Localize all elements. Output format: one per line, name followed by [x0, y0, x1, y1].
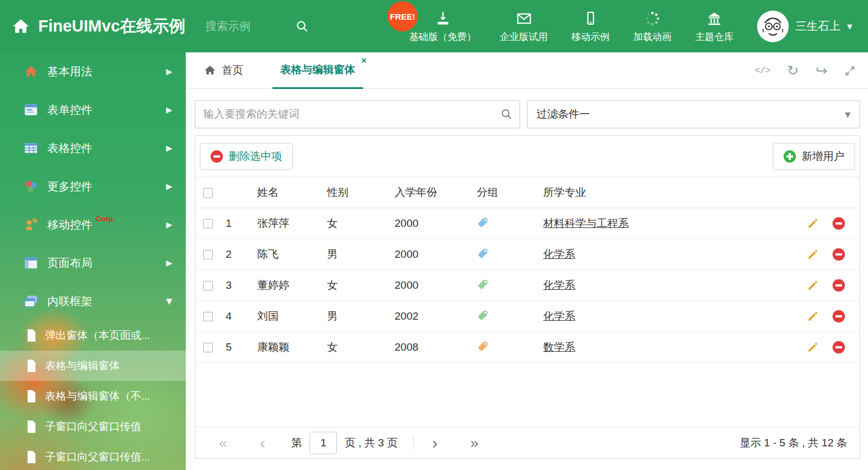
- edit-icon[interactable]: [807, 248, 819, 261]
- major-link[interactable]: 数学系: [543, 341, 575, 353]
- header-search-input[interactable]: [205, 20, 296, 33]
- table-row[interactable]: 2 陈飞 男 2000 化学系: [195, 239, 860, 270]
- delete-icon[interactable]: [833, 248, 845, 261]
- major-link[interactable]: 材料科学与工程系: [543, 217, 629, 229]
- sidebar-subitem-grid-edit-window-2[interactable]: 表格与编辑窗体（不...: [0, 381, 186, 411]
- select-all-checkbox[interactable]: [203, 188, 213, 198]
- pager-summary: 显示 1 - 5 条 , 共 12 条: [740, 436, 847, 450]
- refresh-icon[interactable]: [787, 62, 799, 79]
- edit-icon[interactable]: [807, 279, 819, 292]
- chevron-down-icon: [845, 108, 851, 121]
- tab-grid-edit-window[interactable]: 表格与编辑窗体: [272, 52, 363, 89]
- sidebar-item-more-controls[interactable]: 更多控件: [0, 167, 186, 205]
- col-name[interactable]: 姓名: [257, 185, 327, 200]
- avatar[interactable]: [757, 11, 789, 42]
- row-checkbox[interactable]: [203, 281, 213, 290]
- search-icon[interactable]: [296, 20, 309, 33]
- tag-icon: [477, 216, 489, 229]
- table-row[interactable]: 1 张萍萍 女 2000 材料科学与工程系: [195, 208, 860, 239]
- free-badge: FREE!: [387, 1, 418, 32]
- col-year[interactable]: 入学年份: [395, 185, 477, 200]
- username: 三生石上: [795, 19, 840, 34]
- sidebar-subitem-child-to-parent[interactable]: 子窗口向父窗口传值: [0, 411, 186, 442]
- delete-icon[interactable]: [833, 341, 845, 353]
- edit-icon[interactable]: [807, 217, 819, 230]
- corp-badge: Corp.: [96, 214, 115, 223]
- row-checkbox[interactable]: [203, 219, 213, 229]
- major-link[interactable]: 化学系: [543, 248, 575, 260]
- tag-icon: [477, 247, 489, 259]
- row-index: 5: [226, 341, 257, 353]
- sidebar-item-basic-usage[interactable]: 基本用法: [0, 52, 186, 91]
- edit-icon[interactable]: [807, 341, 819, 353]
- chevron-right-icon: [166, 102, 172, 117]
- search-icon[interactable]: [500, 108, 513, 120]
- sidebar-item-mobile-controls[interactable]: 移动控件 Corp.: [0, 205, 186, 244]
- user-menu[interactable]: 三生石上: [757, 0, 852, 52]
- table-row[interactable]: 3 董婷婷 女 2000 化学系: [195, 270, 860, 301]
- mobile-controls-icon: [24, 217, 38, 232]
- keyword-search: [195, 100, 520, 128]
- table-icon: [24, 141, 38, 155]
- delete-icon[interactable]: [833, 279, 845, 292]
- delete-icon[interactable]: [833, 310, 845, 323]
- pager-next-icon[interactable]: [432, 435, 437, 451]
- col-gender[interactable]: 性别: [327, 185, 395, 200]
- cell-name: 董婷婷: [257, 278, 327, 293]
- sidebar-subitem-popup-window[interactable]: 弹出窗体（本页面或...: [0, 320, 186, 351]
- filter-dropdown[interactable]: 过滤条件一: [527, 100, 860, 128]
- sidebar-item-form-controls[interactable]: 表单控件: [0, 91, 186, 129]
- sidebar-item-page-layout[interactable]: 页面布局: [0, 244, 186, 282]
- header-nav: 基础版（免费） 企业版试用 移动示例 加载动画: [397, 0, 745, 52]
- sidebar: 基本用法 表单控件 表格控件 更多控件 移动控件 Corp. 页面布局: [0, 52, 186, 470]
- pager: 第 页 , 共 3 页 显示 1 - 5 条 , 共 12 条: [195, 427, 860, 458]
- table-row[interactable]: 4 刘国 男 2002 化学系: [195, 301, 860, 332]
- tag-icon: [477, 309, 489, 321]
- row-checkbox[interactable]: [203, 250, 213, 259]
- nav-theme-repo[interactable]: 主题仓库: [683, 10, 745, 43]
- nav-mobile-demo[interactable]: 移动示例: [560, 10, 621, 43]
- sidebar-item-grid-controls[interactable]: 表格控件: [0, 129, 186, 167]
- table-body: 1 张萍萍 女 2000 材料科学与工程系 2 陈飞 男 2000 化学系: [195, 208, 860, 363]
- layout-icon: [24, 256, 38, 270]
- pager-last-icon[interactable]: [470, 436, 478, 450]
- row-checkbox[interactable]: [203, 312, 213, 321]
- col-group[interactable]: 分组: [477, 185, 543, 200]
- add-user-button[interactable]: 新增用户: [773, 143, 855, 170]
- keyword-search-input[interactable]: [203, 108, 495, 120]
- page-icon: [26, 390, 37, 403]
- sidebar-item-iframe[interactable]: 内联框架: [0, 282, 186, 320]
- tab-home[interactable]: 首页: [204, 63, 243, 78]
- open-new-window-icon[interactable]: [816, 62, 827, 79]
- col-major[interactable]: 所学专业: [543, 185, 786, 200]
- close-tab-icon[interactable]: [361, 56, 366, 66]
- spinner-icon: [645, 10, 660, 26]
- edit-icon[interactable]: [807, 310, 819, 323]
- sidebar-subitem-child-to-parent-2[interactable]: 子窗口向父窗口传值...: [0, 442, 186, 470]
- chevron-right-icon: [166, 217, 172, 232]
- sidebar-subitem-grid-edit-window[interactable]: 表格与编辑窗体: [0, 351, 186, 381]
- pager-first-icon[interactable]: [219, 436, 227, 450]
- delete-icon[interactable]: [833, 217, 845, 230]
- tag-icon: [477, 278, 489, 290]
- home-icon[interactable]: [11, 17, 30, 36]
- cell-name: 陈飞: [257, 247, 327, 262]
- nav-label: 主题仓库: [695, 30, 733, 43]
- row-checkbox[interactable]: [203, 343, 213, 352]
- delete-selected-button[interactable]: 删除选中项: [200, 143, 293, 170]
- table-header: 姓名 性别 入学年份 分组 所学专业: [195, 177, 860, 208]
- pager-label-suffix: 页 , 共 3 页: [344, 436, 397, 450]
- tab-strip: 首页 表格与编辑窗体 </>: [186, 52, 868, 89]
- envelope-icon: [516, 10, 532, 26]
- fullscreen-icon[interactable]: [844, 65, 856, 77]
- nav-enterprise-trial[interactable]: 企业版试用: [488, 10, 560, 43]
- chevron-down-icon: [166, 294, 172, 308]
- pager-prev-icon[interactable]: [259, 435, 265, 451]
- table-row[interactable]: 5 康颖颖 女 2008 数学系: [195, 332, 860, 363]
- pager-page-input[interactable]: [310, 432, 337, 454]
- major-link[interactable]: 化学系: [543, 310, 575, 322]
- major-link[interactable]: 化学系: [543, 279, 575, 291]
- nav-loading-animations[interactable]: 加载动画: [621, 10, 683, 43]
- source-code-icon[interactable]: </>: [754, 65, 770, 76]
- form-icon: [24, 102, 38, 117]
